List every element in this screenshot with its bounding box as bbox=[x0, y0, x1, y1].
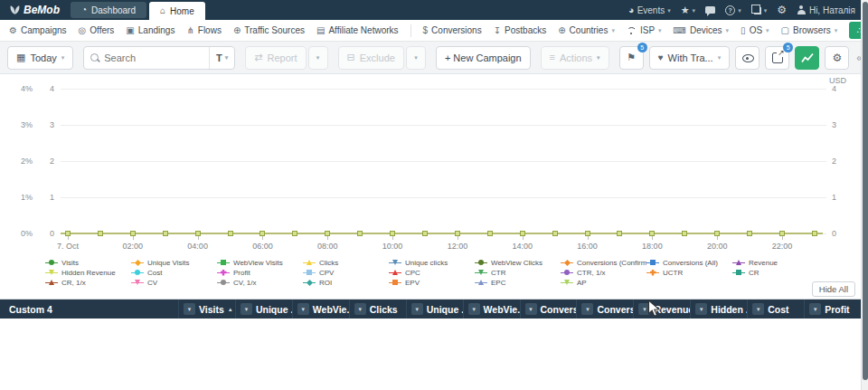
legend-item-ap[interactable]: AP bbox=[561, 278, 646, 287]
scrollbar-thumb[interactable] bbox=[863, 2, 868, 380]
filter-icon[interactable]: ▼ bbox=[525, 303, 537, 315]
y-axis-value-label: 1 bbox=[40, 193, 54, 202]
bemob-logo[interactable]: BeMob bbox=[0, 0, 71, 20]
column-header-convers[interactable]: ▼Convers... bbox=[576, 300, 633, 319]
filter-icon[interactable]: ▼ bbox=[695, 303, 707, 315]
legend-item-revenue[interactable]: Revenue bbox=[732, 258, 818, 267]
column-header-unique[interactable]: ▼Unique ... bbox=[235, 300, 292, 319]
legend-item-conversions-all[interactable]: Conversions (All) bbox=[646, 258, 732, 267]
legend-item-cr-1-x[interactable]: CR, 1/x bbox=[45, 278, 131, 287]
billing-menu[interactable]: ▾ bbox=[751, 5, 768, 14]
user-menu[interactable]: Hi, Наталія bbox=[797, 5, 855, 15]
visibility-button[interactable] bbox=[735, 46, 760, 70]
column-header-revenue[interactable]: ▼Revenue▲ bbox=[633, 300, 690, 319]
legend-marker-shape bbox=[49, 280, 54, 285]
column-header-cost[interactable]: ▼Cost bbox=[747, 300, 804, 319]
legend-item-webview-visits[interactable]: WebView Visits bbox=[217, 258, 303, 267]
nav-item-flows[interactable]: ⋔Flows bbox=[186, 25, 222, 35]
nav-item-custom-4[interactable]: ∴Custom 4▾ bbox=[849, 22, 861, 39]
chart-toggle-button[interactable] bbox=[795, 46, 819, 70]
report-dropdown-button[interactable]: ▾ bbox=[308, 46, 328, 70]
legend-item-uctr[interactable]: UCTR bbox=[646, 268, 732, 277]
legend-item-cv-1-x[interactable]: CV, 1/x bbox=[217, 278, 303, 287]
filter-icon[interactable]: ▼ bbox=[468, 303, 480, 315]
nav-item-postbacks[interactable]: ↧Postbacks bbox=[494, 25, 547, 35]
nav-item-conversions[interactable]: $Conversions bbox=[423, 25, 482, 35]
legend-item-unique-clicks[interactable]: Unique clicks bbox=[389, 258, 475, 267]
column-header-unique[interactable]: ▼Unique ... bbox=[406, 300, 463, 319]
filter-icon[interactable]: ▼ bbox=[638, 303, 650, 315]
column-header-clicks[interactable]: ▼Clicks bbox=[349, 300, 406, 319]
new-campaign-button[interactable]: + New Campaign bbox=[436, 46, 531, 70]
search-input[interactable] bbox=[104, 52, 205, 63]
column-header-profit[interactable]: ▼Profit bbox=[804, 300, 861, 319]
favorites-menu[interactable]: ★ ▾ bbox=[681, 5, 695, 15]
filter-icon[interactable]: ▼ bbox=[752, 303, 764, 315]
legend-label: Clicks bbox=[319, 259, 338, 267]
nav-item-landings[interactable]: ▣Landings bbox=[126, 25, 175, 35]
chevron-down-icon: ▾ bbox=[726, 27, 730, 33]
share-button[interactable]: 5 bbox=[765, 46, 789, 70]
legend-item-hidden-revenue[interactable]: Hidden Revenue bbox=[45, 268, 131, 277]
legend-item-profit[interactable]: Profit bbox=[217, 268, 303, 277]
nav-item-countries[interactable]: ⊕Countries▾ bbox=[558, 25, 615, 35]
nav-item-offers[interactable]: ◎Offers bbox=[79, 25, 115, 35]
nav-item-devices[interactable]: ⌨Devices▾ bbox=[674, 25, 730, 35]
toolbar: ▦ Today ▾ T ▾ ⇄ Report ▾ ⊟ Exclude ▾ + N… bbox=[0, 42, 861, 74]
hide-all-button[interactable]: Hide All bbox=[812, 281, 855, 297]
legend-item-epv[interactable]: EPV bbox=[389, 278, 475, 287]
legend-item-visits[interactable]: Visits bbox=[45, 258, 131, 267]
date-range-button[interactable]: ▦ Today ▾ bbox=[7, 46, 73, 70]
legend-item-unique-visits[interactable]: Unique Visits bbox=[131, 258, 217, 267]
legend-item-cost[interactable]: Cost bbox=[131, 268, 217, 277]
column-header-hidden[interactable]: ▼Hidden ... bbox=[690, 300, 747, 319]
legend-item-clicks[interactable]: Clicks bbox=[303, 258, 389, 267]
legend-item-conversions-confirmed[interactable]: Conversions (Confirmed) bbox=[561, 258, 646, 267]
legend-item-ctr[interactable]: CTR bbox=[475, 268, 561, 277]
column-header-webvie[interactable]: ▼WebVie... bbox=[463, 300, 520, 319]
nav-item-traffic-sources[interactable]: ⊕Traffic Sources bbox=[233, 25, 305, 35]
legend-item-epc[interactable]: EPC bbox=[475, 278, 561, 287]
target-icon: ◎ bbox=[79, 26, 87, 35]
column-header-convers[interactable]: ▼Convers... bbox=[520, 300, 577, 319]
filter-icon[interactable]: ▼ bbox=[297, 303, 309, 315]
legend-item-ctr-1-x[interactable]: CTR, 1/x bbox=[561, 268, 646, 277]
actions-button[interactable]: ≡ Actions ▾ bbox=[541, 46, 609, 70]
filter-icon[interactable]: ▼ bbox=[184, 303, 195, 315]
legend-item-cr[interactable]: CR bbox=[732, 268, 818, 277]
tab-dashboard[interactable]: ◔ Dashboard bbox=[71, 2, 146, 18]
legend-item-roi[interactable]: ROI bbox=[303, 278, 389, 287]
help-menu[interactable]: ▾ bbox=[725, 5, 741, 15]
columns-settings-button[interactable]: ⚙ bbox=[825, 46, 849, 70]
exclude-button[interactable]: ⊟ Exclude bbox=[338, 46, 404, 70]
chat-button[interactable] bbox=[705, 6, 715, 14]
filter-icon[interactable]: ▼ bbox=[809, 303, 821, 315]
chevron-down-icon: ▾ bbox=[738, 7, 741, 14]
filter-icon[interactable]: ▼ bbox=[411, 303, 423, 315]
column-header-webvie[interactable]: ▼WebVie... bbox=[292, 300, 349, 319]
column-header-visits[interactable]: ▼Visits▲ bbox=[178, 300, 235, 319]
nav-item-label: Campaigns bbox=[21, 25, 67, 35]
filter-icon[interactable]: ▼ bbox=[581, 303, 593, 315]
tab-home[interactable]: ⌂ Home bbox=[149, 2, 205, 20]
legend-item-cpv[interactable]: CPV bbox=[303, 268, 389, 277]
gear-icon: ⚙ bbox=[777, 5, 787, 15]
nav-item-isp[interactable]: ISP▾ bbox=[627, 25, 662, 35]
nav-item-os[interactable]: ▯OS▾ bbox=[741, 25, 769, 35]
report-button[interactable]: ⇄ Report bbox=[245, 46, 306, 70]
column-header-custom-4[interactable]: Custom 4 bbox=[0, 300, 178, 319]
filter-icon[interactable]: ▼ bbox=[354, 303, 366, 315]
settings-gear-button[interactable]: ⚙ bbox=[777, 5, 787, 15]
traffic-filter-dropdown[interactable]: ♥ With Tra... ▾ bbox=[649, 46, 731, 70]
legend-item-cpc[interactable]: CPC bbox=[389, 268, 475, 277]
events-menu[interactable]: ◕ Events ▾ bbox=[628, 5, 671, 15]
exclude-dropdown-button[interactable]: ▾ bbox=[406, 46, 426, 70]
nav-item-affiliate-networks[interactable]: ▤Affiliate Networks bbox=[316, 25, 399, 35]
nav-item-browsers[interactable]: ▢Browsers▾ bbox=[781, 25, 838, 35]
nav-item-campaigns[interactable]: ⚙Campaigns bbox=[9, 25, 67, 35]
legend-item-cv[interactable]: CV bbox=[131, 278, 217, 287]
filter-icon[interactable]: ▼ bbox=[241, 303, 252, 315]
legend-item-webview-clicks[interactable]: WebView Clicks bbox=[475, 258, 561, 267]
search-type-dropdown[interactable]: T ▾ bbox=[209, 47, 234, 69]
flag-filter-button[interactable]: ⚑ 5 bbox=[619, 46, 644, 70]
